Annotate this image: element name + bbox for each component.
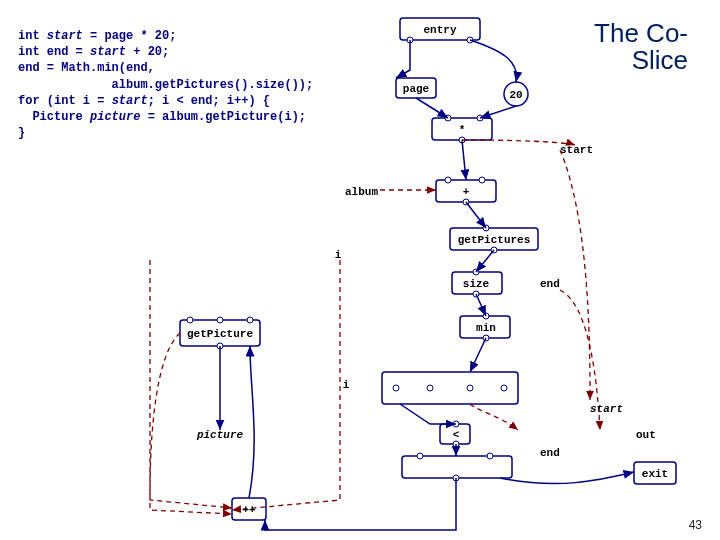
node-pp: ++ bbox=[242, 504, 256, 516]
node-album: album bbox=[345, 186, 378, 198]
node-getpicture: getPicture bbox=[187, 328, 253, 340]
svg-point-20 bbox=[479, 177, 485, 183]
node-i-head: i bbox=[335, 249, 342, 261]
node-lt: < bbox=[453, 429, 460, 441]
svg-point-33 bbox=[427, 385, 433, 391]
node-page: page bbox=[403, 83, 430, 95]
svg-point-35 bbox=[501, 385, 507, 391]
svg-point-39 bbox=[487, 453, 493, 459]
node-20: 20 bbox=[509, 89, 522, 101]
node-start2: start bbox=[590, 403, 623, 415]
node-out: out bbox=[636, 429, 656, 441]
svg-point-30 bbox=[247, 317, 253, 323]
node-plus: + bbox=[463, 186, 470, 198]
svg-point-38 bbox=[417, 453, 423, 459]
svg-point-34 bbox=[467, 385, 473, 391]
node-mul: * bbox=[459, 124, 466, 136]
node-i2: i bbox=[343, 379, 350, 391]
svg-point-32 bbox=[393, 385, 399, 391]
node-end1: end bbox=[540, 278, 560, 290]
node-start: start bbox=[560, 144, 593, 156]
node-min: min bbox=[476, 322, 496, 334]
node-getpictures: getPictures bbox=[458, 234, 531, 246]
node-exit: exit bbox=[642, 468, 668, 480]
svg-rect-9 bbox=[382, 372, 518, 404]
node-entry: entry bbox=[423, 24, 456, 36]
node-picture: picture bbox=[196, 429, 244, 441]
node-size: size bbox=[463, 278, 490, 290]
coslice-diagram: entry page 20 * start + album getPicture… bbox=[0, 0, 720, 540]
svg-point-29 bbox=[217, 317, 223, 323]
svg-point-28 bbox=[187, 317, 193, 323]
svg-point-19 bbox=[445, 177, 451, 183]
node-end2: end bbox=[540, 447, 560, 459]
